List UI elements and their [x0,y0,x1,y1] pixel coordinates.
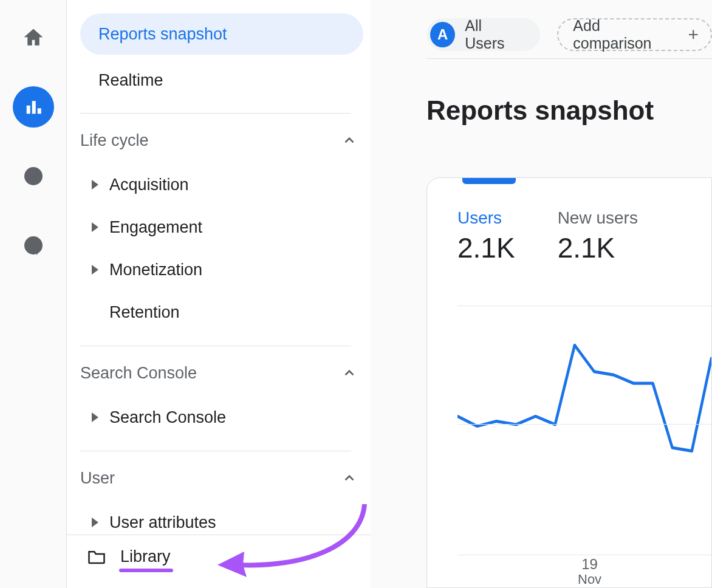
line-chart[interactable]: 19 Nov [457,293,711,587]
caret-right-icon [92,222,98,232]
sidebar-item-label: Retention [109,303,180,322]
sidebar-item-engagement[interactable]: Engagement [80,206,371,248]
gridline [457,306,711,306]
metric-value: 2.1K [558,231,638,264]
segment-badge: A [430,22,455,47]
section-title: Life cycle [80,131,149,150]
svg-rect-1 [32,101,35,114]
gridline [457,424,711,425]
sidebar-item-label: Realtime [98,71,163,90]
target-cursor-icon [22,234,44,256]
nav-icon-rail [0,0,67,588]
divider [80,346,351,346]
divider [426,58,712,59]
rail-home[interactable] [13,17,54,58]
rail-explore[interactable] [13,156,54,197]
sidebar-section-life-cycle[interactable]: Life cycle [80,123,357,157]
overview-card: Users 2.1K New users 2.1K 19 Nov [426,177,712,588]
section-title: Search Console [80,364,197,383]
reports-sidebar: Reports snapshot Realtime Life cycle Acq… [67,0,371,588]
folder-icon [87,549,106,565]
chip-label: Add comparison [573,17,680,52]
sidebar-item-acquisition[interactable]: Acquisition [80,163,371,206]
page-title: Reports snapshot [426,95,654,126]
home-icon [22,27,44,49]
metric-tab-users[interactable]: Users 2.1K [457,208,515,264]
chip-label: All Users [465,17,524,52]
sidebar-item-search-console[interactable]: Search Console [80,396,371,439]
sidebar-item-label: Engagement [109,218,202,237]
svg-rect-0 [27,106,30,114]
chip-all-users[interactable]: A All Users [426,18,540,51]
sidebar-item-label: Monetization [109,261,202,279]
chevron-up-icon [341,365,357,381]
caret-right-icon [92,518,98,527]
sidebar-section-user[interactable]: User [80,461,357,495]
metric-label: New users [558,208,638,228]
tick-number: 19 [578,556,601,573]
metric-value: 2.1K [457,231,515,264]
sidebar-item-label: Search Console [109,408,226,427]
caret-right-icon [92,265,98,275]
gridline [457,555,711,555]
plus-icon: + [688,24,699,45]
chevron-up-icon [341,470,357,486]
sidebar-item-label: Acquisition [109,176,189,194]
svg-rect-2 [38,109,41,114]
analytics-arrow-icon [22,165,44,187]
metric-tab-indicator [462,178,516,184]
section-title: User [80,469,115,488]
metric-label: Users [457,208,515,228]
metric-tabs: Users 2.1K New users 2.1K [457,208,638,264]
sidebar-item-retention[interactable]: Retention [80,291,371,333]
sidebar-item-reports-snapshot[interactable]: Reports snapshot [80,13,363,55]
caret-right-icon [92,180,98,190]
chart-line-plot [457,293,711,587]
x-axis-tick: 19 Nov [578,556,601,587]
sidebar-section-search-console[interactable]: Search Console [80,356,357,390]
comparison-chip-row: A All Users Add comparison + [426,18,712,51]
sidebar-item-monetization[interactable]: Monetization [80,248,371,291]
rail-advertising[interactable] [13,225,54,266]
divider [80,113,351,114]
caret-right-icon [92,412,98,422]
metric-tab-new-users[interactable]: New users 2.1K [558,208,638,264]
divider [80,451,351,451]
sidebar-item-label: User attributes [109,513,216,532]
bar-chart-icon [22,96,44,118]
sidebar-library-label: Library [120,547,171,566]
sidebar-item-realtime[interactable]: Realtime [80,60,363,101]
chip-add-comparison[interactable]: Add comparison + [557,18,712,51]
sidebar-library[interactable]: Library [67,535,371,578]
tick-month: Nov [578,572,601,587]
rail-reports[interactable] [13,86,54,128]
chevron-up-icon [341,132,357,148]
sidebar-item-label: Reports snapshot [98,25,227,44]
main-panel: A All Users Add comparison + Reports sna… [413,0,712,588]
